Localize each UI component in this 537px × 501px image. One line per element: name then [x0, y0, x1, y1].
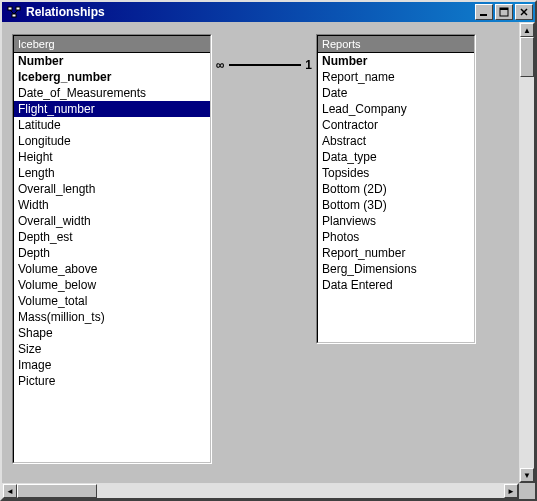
- close-button[interactable]: [515, 4, 533, 20]
- field-item[interactable]: Bottom (3D): [318, 197, 474, 213]
- field-item[interactable]: Latitude: [14, 117, 210, 133]
- scroll-down-button[interactable]: ▼: [520, 468, 534, 482]
- relationship-one-symbol: 1: [303, 58, 314, 72]
- field-item[interactable]: Report_number: [318, 245, 474, 261]
- field-item[interactable]: Shape: [14, 325, 210, 341]
- horizontal-scroll-track[interactable]: [97, 484, 504, 498]
- table-iceberg-title[interactable]: Iceberg: [14, 36, 210, 53]
- scroll-left-button[interactable]: ◄: [3, 484, 17, 498]
- field-item[interactable]: Berg_Dimensions: [318, 261, 474, 277]
- table-reports-fields[interactable]: NumberReport_nameDateLead_CompanyContrac…: [318, 53, 474, 342]
- svg-line-4: [14, 10, 18, 14]
- window-buttons: [475, 4, 533, 20]
- field-item[interactable]: Photos: [318, 229, 474, 245]
- horizontal-scroll-thumb[interactable]: [17, 484, 97, 498]
- field-item[interactable]: Overall_width: [14, 213, 210, 229]
- field-item[interactable]: Width: [14, 197, 210, 213]
- field-item[interactable]: Iceberg_number: [14, 69, 210, 85]
- relationships-window: Relationships Iceberg NumberIceberg_numb…: [0, 0, 537, 501]
- field-item[interactable]: Data_type: [318, 149, 474, 165]
- field-item[interactable]: Date_of_Measurements: [14, 85, 210, 101]
- svg-rect-7: [500, 8, 508, 10]
- table-iceberg-fields[interactable]: NumberIceberg_numberDate_of_Measurements…: [14, 53, 210, 462]
- size-grip[interactable]: [519, 483, 535, 499]
- maximize-button[interactable]: [495, 4, 513, 20]
- field-item[interactable]: Report_name: [318, 69, 474, 85]
- field-item[interactable]: Topsides: [318, 165, 474, 181]
- field-item[interactable]: Image: [14, 357, 210, 373]
- vertical-scroll-thumb[interactable]: [520, 37, 534, 77]
- field-item[interactable]: Volume_total: [14, 293, 210, 309]
- field-item[interactable]: Flight_number: [14, 101, 210, 117]
- scroll-right-button[interactable]: ►: [504, 484, 518, 498]
- field-item[interactable]: Depth_est: [14, 229, 210, 245]
- field-item[interactable]: Contractor: [318, 117, 474, 133]
- titlebar[interactable]: Relationships: [2, 2, 535, 22]
- table-iceberg[interactable]: Iceberg NumberIceberg_numberDate_of_Meas…: [12, 34, 212, 464]
- table-reports-title[interactable]: Reports: [318, 36, 474, 53]
- scroll-up-button[interactable]: ▲: [520, 23, 534, 37]
- field-item[interactable]: Picture: [14, 373, 210, 389]
- field-item[interactable]: Number: [318, 53, 474, 69]
- field-item[interactable]: Height: [14, 149, 210, 165]
- svg-rect-1: [16, 7, 20, 10]
- field-item[interactable]: Size: [14, 341, 210, 357]
- field-item[interactable]: Length: [14, 165, 210, 181]
- vertical-scroll-track[interactable]: [520, 77, 534, 468]
- svg-rect-5: [480, 14, 487, 16]
- field-item[interactable]: Lead_Company: [318, 101, 474, 117]
- table-reports[interactable]: Reports NumberReport_nameDateLead_Compan…: [316, 34, 476, 344]
- window-title: Relationships: [26, 5, 475, 19]
- vertical-scrollbar[interactable]: ▲ ▼: [519, 22, 535, 483]
- relationship-line: [229, 64, 302, 66]
- field-item[interactable]: Planviews: [318, 213, 474, 229]
- relationship-link[interactable]: ∞ 1: [214, 58, 314, 72]
- field-item[interactable]: Bottom (2D): [318, 181, 474, 197]
- field-item[interactable]: Overall_length: [14, 181, 210, 197]
- svg-rect-0: [8, 7, 12, 10]
- relationships-canvas[interactable]: Iceberg NumberIceberg_numberDate_of_Meas…: [2, 22, 519, 483]
- field-item[interactable]: Number: [14, 53, 210, 69]
- field-item[interactable]: Mass(million_ts): [14, 309, 210, 325]
- field-item[interactable]: Abstract: [318, 133, 474, 149]
- field-item[interactable]: Longitude: [14, 133, 210, 149]
- relationships-icon: [6, 4, 22, 20]
- minimize-button[interactable]: [475, 4, 493, 20]
- svg-rect-2: [12, 14, 16, 17]
- field-item[interactable]: Depth: [14, 245, 210, 261]
- client-area: Iceberg NumberIceberg_numberDate_of_Meas…: [2, 22, 535, 499]
- field-item[interactable]: Data Entered: [318, 277, 474, 293]
- horizontal-scrollbar[interactable]: ◄ ►: [2, 483, 519, 499]
- relationship-many-symbol: ∞: [214, 58, 227, 72]
- field-item[interactable]: Volume_below: [14, 277, 210, 293]
- field-item[interactable]: Volume_above: [14, 261, 210, 277]
- field-item[interactable]: Date: [318, 85, 474, 101]
- svg-line-3: [10, 10, 14, 14]
